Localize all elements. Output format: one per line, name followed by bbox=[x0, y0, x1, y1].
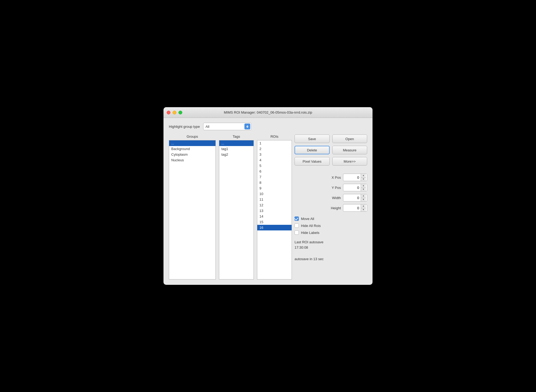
list-item[interactable]: 7 bbox=[257, 174, 292, 180]
xpos-stepper: ▲ ▼ bbox=[361, 174, 366, 181]
move-all-checkbox[interactable] bbox=[295, 216, 299, 221]
list-item[interactable]: 8 bbox=[257, 180, 292, 185]
xpos-input[interactable] bbox=[343, 175, 361, 180]
width-decrement[interactable]: ▼ bbox=[361, 198, 366, 201]
list-item[interactable]: 2 bbox=[257, 146, 292, 152]
rois-header: ROIs bbox=[270, 135, 278, 139]
height-row: Height ▲ ▼ bbox=[295, 204, 367, 212]
hide-labels-checkbox-row[interactable]: Hide Labels bbox=[295, 230, 367, 235]
rois-section: ROIs 1 2 3 4 5 6 7 8 9 10 11 12 13 14 15 bbox=[257, 135, 292, 279]
list-item[interactable]: 10 bbox=[257, 191, 292, 197]
height-increment[interactable]: ▲ bbox=[361, 204, 366, 208]
last-autosave-time: 17:30:08 bbox=[295, 245, 367, 250]
highlight-select[interactable]: All Background Cytoplasm Nucleus bbox=[203, 123, 251, 130]
width-stepper: ▲ ▼ bbox=[361, 194, 366, 201]
width-label: Width bbox=[326, 196, 341, 200]
titlebar: MIMS ROI Manager: 040702_06-05mos-03a-nr… bbox=[163, 107, 373, 118]
list-item[interactable]: 12 bbox=[257, 202, 292, 208]
list-item[interactable]: 11 bbox=[257, 197, 292, 202]
autosave-countdown: autosave in 13 sec bbox=[295, 257, 367, 261]
list-item[interactable]: 16 bbox=[257, 225, 292, 230]
more-button[interactable]: More>> bbox=[332, 157, 367, 166]
autosave-area: Last ROI autosave 17:30:08 bbox=[295, 240, 367, 250]
xpos-label: X Pos bbox=[326, 176, 341, 180]
delete-button[interactable]: Delete bbox=[295, 146, 330, 154]
list-item[interactable]: Cytoplasm bbox=[169, 152, 215, 157]
groups-header: Groups bbox=[187, 135, 198, 139]
xpos-decrement[interactable]: ▼ bbox=[361, 178, 366, 181]
minimize-button[interactable] bbox=[173, 111, 176, 114]
xpos-input-wrapper: ▲ ▼ bbox=[343, 174, 367, 181]
ypos-input-wrapper: ▲ ▼ bbox=[343, 184, 367, 191]
groups-list[interactable]: ... Background Cytoplasm Nucleus bbox=[169, 140, 216, 279]
fields-area: X Pos ▲ ▼ Y Pos bbox=[295, 174, 367, 212]
list-item[interactable]: 3 bbox=[257, 152, 292, 157]
width-input-wrapper: ▲ ▼ bbox=[343, 194, 367, 201]
list-item[interactable]: tag1 bbox=[219, 146, 254, 152]
list-item[interactable]: 14 bbox=[257, 214, 292, 219]
xpos-row: X Pos ▲ ▼ bbox=[295, 174, 367, 181]
ypos-label: Y Pos bbox=[326, 186, 341, 190]
ypos-decrement[interactable]: ▼ bbox=[361, 188, 366, 191]
main-window: MIMS ROI Manager: 040702_06-05mos-03a-nr… bbox=[163, 107, 373, 285]
hide-labels-checkbox[interactable] bbox=[295, 230, 299, 235]
move-all-label: Move All bbox=[301, 217, 314, 221]
height-input[interactable] bbox=[343, 205, 361, 211]
hide-all-rois-checkbox[interactable] bbox=[295, 223, 299, 228]
rois-list[interactable]: 1 2 3 4 5 6 7 8 9 10 11 12 13 14 15 16 bbox=[257, 140, 292, 279]
list-item[interactable]: ... bbox=[169, 140, 215, 146]
ypos-input[interactable] bbox=[343, 185, 361, 191]
last-autosave-label: Last ROI autosave bbox=[295, 240, 367, 245]
list-item[interactable]: 15 bbox=[257, 219, 292, 225]
hide-all-rois-label: Hide All Rois bbox=[301, 224, 321, 228]
ypos-stepper: ▲ ▼ bbox=[361, 184, 366, 191]
list-item[interactable]: 9 bbox=[257, 185, 292, 191]
list-item[interactable]: 4 bbox=[257, 157, 292, 163]
width-row: Width ▲ ▼ bbox=[295, 194, 367, 201]
main-row: Groups ... Background Cytoplasm Nucleus … bbox=[169, 135, 367, 279]
pixel-values-button[interactable]: Pixel Values bbox=[295, 157, 330, 166]
list-item[interactable]: 5 bbox=[257, 163, 292, 169]
checkboxes-area: Move All Hide All Rois Hide Labels bbox=[295, 216, 367, 235]
height-decrement[interactable]: ▼ bbox=[361, 208, 366, 212]
tags-header: Tags bbox=[233, 135, 240, 139]
xpos-increment[interactable]: ▲ bbox=[361, 174, 366, 178]
height-input-wrapper: ▲ ▼ bbox=[343, 204, 367, 212]
ypos-row: Y Pos ▲ ▼ bbox=[295, 184, 367, 191]
close-button[interactable] bbox=[167, 111, 170, 114]
window-title: MIMS ROI Manager: 040702_06-05mos-03a-nr… bbox=[224, 110, 312, 114]
list-item[interactable]: ... bbox=[219, 140, 254, 146]
highlight-select-wrapper: All Background Cytoplasm Nucleus bbox=[203, 123, 251, 130]
groups-section: Groups ... Background Cytoplasm Nucleus bbox=[169, 135, 216, 279]
highlight-group-row: Highlight group type All Background Cyto… bbox=[169, 123, 367, 130]
list-item[interactable]: Background bbox=[169, 146, 215, 152]
right-panel: Save Open Delete Measure Pixel Values Mo… bbox=[292, 135, 367, 279]
hide-labels-label: Hide Labels bbox=[301, 231, 319, 235]
list-item[interactable]: Nucleus bbox=[169, 157, 215, 163]
height-label: Height bbox=[326, 206, 341, 210]
ypos-increment[interactable]: ▲ bbox=[361, 184, 366, 188]
move-all-checkbox-row[interactable]: Move All bbox=[295, 216, 367, 221]
list-item[interactable]: 13 bbox=[257, 208, 292, 214]
width-input[interactable] bbox=[343, 195, 361, 201]
width-increment[interactable]: ▲ bbox=[361, 194, 366, 198]
list-item[interactable]: 6 bbox=[257, 169, 292, 174]
measure-button[interactable]: Measure bbox=[332, 146, 367, 154]
tags-section: Tags ... tag1 tag2 bbox=[219, 135, 254, 279]
traffic-lights bbox=[167, 111, 182, 114]
buttons-grid: Save Open Delete Measure Pixel Values Mo… bbox=[295, 135, 367, 166]
content-area: Highlight group type All Background Cyto… bbox=[163, 118, 373, 285]
maximize-button[interactable] bbox=[178, 111, 182, 114]
list-item[interactable]: tag2 bbox=[219, 152, 254, 157]
save-button[interactable]: Save bbox=[295, 135, 330, 143]
highlight-label: Highlight group type bbox=[169, 125, 200, 129]
hide-all-rois-checkbox-row[interactable]: Hide All Rois bbox=[295, 223, 367, 228]
tags-list[interactable]: ... tag1 tag2 bbox=[219, 140, 254, 279]
open-button[interactable]: Open bbox=[332, 135, 367, 143]
list-item[interactable]: 1 bbox=[257, 140, 292, 146]
height-stepper: ▲ ▼ bbox=[361, 204, 366, 211]
